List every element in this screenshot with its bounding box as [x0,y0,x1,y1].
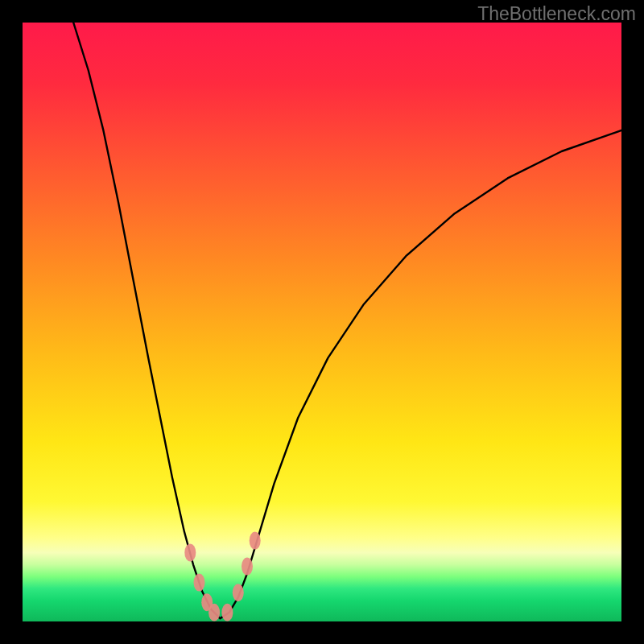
marker-dot [208,604,220,621]
marker-dot [242,558,253,576]
curve-layer [23,23,621,621]
watermark-text: TheBottleneck.com [477,3,636,25]
marker-group [184,532,260,621]
marker-dot [250,532,261,550]
marker-dot [221,604,233,621]
bottleneck-curve [73,23,621,618]
chart-frame: TheBottleneck.com [0,0,644,644]
marker-dot [233,584,244,601]
marker-dot [184,543,196,561]
marker-dot [194,574,205,592]
plot-area [23,23,621,621]
